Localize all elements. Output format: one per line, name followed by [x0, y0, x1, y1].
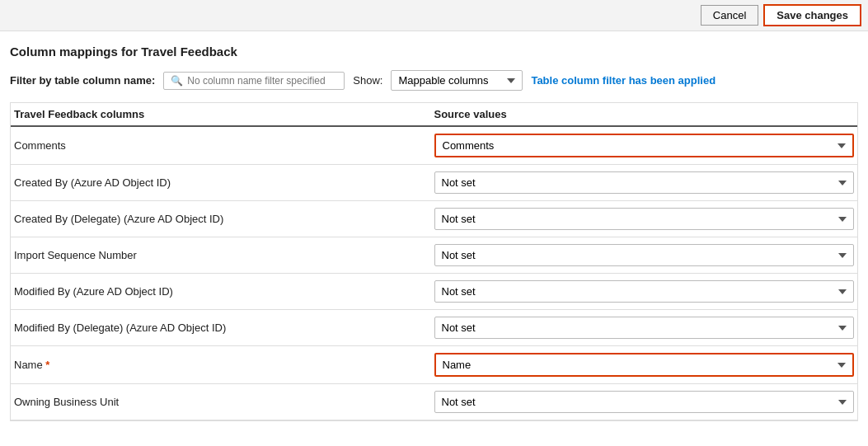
main-content: Column mappings for Travel Feedback Filt…	[0, 31, 868, 434]
save-changes-button[interactable]: Save changes	[763, 4, 861, 26]
column-value-created-by-delegate: Not set	[434, 208, 855, 230]
table-row: Created By (Azure AD Object ID)Not set	[11, 165, 857, 201]
column-value-import-seq: Not set	[434, 244, 855, 266]
source-value-select-created-by-delegate[interactable]: Not set	[434, 208, 855, 230]
col1-header: Travel Feedback columns	[14, 108, 434, 120]
filter-input[interactable]	[187, 75, 335, 87]
table-row: Name *Name	[11, 346, 857, 384]
table-row: Modified By (Delegate) (Azure AD Object …	[11, 310, 857, 346]
filter-label: Filter by table column name:	[10, 74, 155, 87]
column-name-modified-by-delegate: Modified By (Delegate) (Azure AD Object …	[14, 322, 434, 334]
table-header: Travel Feedback columns Source values	[11, 103, 857, 127]
column-mappings-table: Travel Feedback columns Source values Co…	[10, 102, 858, 421]
cancel-button[interactable]: Cancel	[701, 5, 758, 26]
table-row: Modified By (Azure AD Object ID)Not set	[11, 274, 857, 310]
search-icon: 🔍	[171, 75, 183, 87]
column-value-modified-by: Not set	[434, 280, 855, 303]
source-value-select-modified-by-delegate[interactable]: Not set	[434, 317, 855, 339]
source-value-select-import-seq[interactable]: Not set	[434, 244, 855, 266]
show-select[interactable]: Mappable columns All columns	[391, 70, 523, 91]
column-name-modified-by: Modified By (Azure AD Object ID)	[14, 285, 434, 298]
column-name-created-by: Created By (Azure AD Object ID)	[14, 176, 434, 189]
column-value-name: Name	[434, 353, 855, 377]
column-value-created-by: Not set	[434, 171, 855, 194]
source-value-select-comments[interactable]: Comments	[434, 134, 855, 157]
show-label: Show:	[353, 74, 382, 87]
table-body: CommentsCommentsCreated By (Azure AD Obj…	[11, 127, 857, 420]
filter-row: Filter by table column name: 🔍 Show: Map…	[10, 70, 858, 91]
filter-applied-message: Table column filter has been applied	[531, 74, 716, 87]
column-name-comments: Comments	[14, 139, 434, 152]
table-row: Owning Business UnitNot set	[11, 384, 857, 420]
top-bar: Cancel Save changes	[0, 0, 868, 31]
required-indicator: *	[45, 359, 49, 371]
column-value-modified-by-delegate: Not set	[434, 317, 855, 339]
source-value-select-owning-business-unit[interactable]: Not set	[434, 391, 855, 413]
col2-header: Source values	[434, 108, 855, 120]
table-row: Created By (Delegate) (Azure AD Object I…	[11, 201, 857, 237]
column-name-import-seq: Import Sequence Number	[14, 249, 434, 261]
source-value-select-created-by[interactable]: Not set	[434, 171, 855, 194]
source-value-select-modified-by[interactable]: Not set	[434, 280, 855, 303]
column-value-comments: Comments	[434, 134, 855, 157]
filter-input-wrap[interactable]: 🔍	[163, 72, 345, 90]
column-name-name: Name *	[14, 359, 434, 371]
page-title: Column mappings for Travel Feedback	[10, 45, 858, 59]
column-name-created-by-delegate: Created By (Delegate) (Azure AD Object I…	[14, 213, 434, 225]
column-label: Name	[14, 359, 43, 371]
table-row: CommentsComments	[11, 127, 857, 165]
column-value-owning-business-unit: Not set	[434, 391, 855, 413]
source-value-select-name[interactable]: Name	[434, 353, 855, 377]
column-name-owning-business-unit: Owning Business Unit	[14, 396, 434, 408]
table-row: Import Sequence NumberNot set	[11, 237, 857, 274]
